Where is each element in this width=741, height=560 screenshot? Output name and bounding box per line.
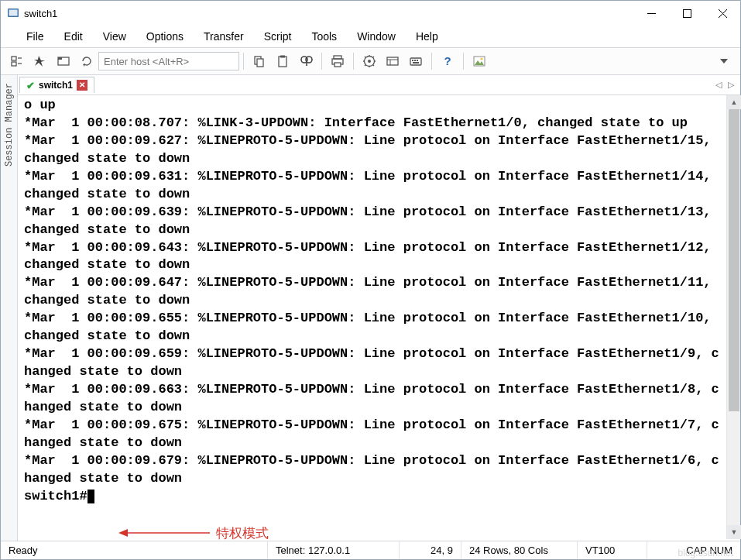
status-ready: Ready (1, 541, 268, 559)
menu-transfer[interactable]: Transfer (194, 27, 254, 46)
close-button[interactable] (705, 2, 740, 25)
print-icon[interactable] (327, 50, 348, 72)
toolbar-separator (431, 53, 432, 70)
tab-bar: ✔ switch1 ✕ ◁ ▷ (18, 75, 740, 95)
svg-point-25 (368, 60, 371, 63)
toolbar-separator (353, 53, 354, 70)
menu-options[interactable]: Options (136, 27, 194, 46)
status-term-size: 24 Rows, 80 Cols (461, 541, 578, 559)
keymap-icon[interactable] (405, 50, 427, 72)
session-manager-icon[interactable] (6, 50, 28, 72)
svg-rect-34 (387, 57, 398, 65)
quick-connect-icon[interactable] (29, 50, 51, 72)
session-options-icon[interactable] (382, 50, 403, 72)
help-icon[interactable]: ? (437, 50, 458, 72)
menu-tools[interactable]: Tools (301, 27, 347, 46)
tab-next-icon[interactable]: ▷ (725, 79, 737, 91)
terminal-output[interactable]: o up *Mar 1 00:00:08.707: %LINK-3-UPDOWN… (22, 95, 726, 539)
statusbar: Ready Telnet: 127.0.0.1 24, 9 24 Rows, 8… (1, 541, 740, 559)
toolbar: ? (1, 47, 740, 75)
toolbar-overflow-icon[interactable] (713, 50, 735, 72)
svg-marker-10 (34, 56, 45, 67)
tab-label: switch1 (39, 80, 73, 91)
svg-rect-38 (412, 60, 413, 61)
svg-line-33 (365, 65, 366, 67)
find-icon[interactable] (295, 50, 317, 72)
connected-check-icon: ✔ (26, 81, 35, 91)
menubar: File Edit View Options Transfer Script T… (1, 26, 740, 47)
menu-edit[interactable]: Edit (54, 27, 93, 46)
tab-switch1[interactable]: ✔ switch1 ✕ (19, 77, 94, 93)
status-connection: Telnet: 127.0.0.1 (268, 541, 400, 559)
session-manager-sidebar[interactable]: Session Manager (1, 75, 18, 541)
window-title: switch1 (24, 8, 633, 19)
svg-rect-15 (257, 59, 263, 67)
svg-point-45 (480, 57, 482, 60)
app-window: switch1 File Edit View Options Transfer … (0, 0, 741, 560)
svg-rect-39 (414, 60, 416, 61)
menu-file[interactable]: File (16, 27, 54, 46)
svg-line-30 (365, 57, 366, 58)
svg-line-31 (373, 65, 375, 67)
svg-rect-41 (413, 62, 419, 64)
paste-icon[interactable] (272, 50, 293, 72)
host-input[interactable] (98, 52, 239, 70)
svg-marker-46 (720, 59, 728, 64)
toolbar-separator (463, 53, 464, 70)
vertical-scrollbar[interactable]: ▲ ▼ (726, 95, 740, 539)
svg-rect-3 (683, 9, 691, 17)
titlebar: switch1 (1, 1, 740, 26)
menu-script[interactable]: Script (254, 27, 302, 46)
menu-view[interactable]: View (93, 27, 136, 46)
scroll-down-icon[interactable]: ▼ (727, 525, 741, 539)
reconnect-icon[interactable] (76, 50, 98, 72)
terminal-cursor (87, 490, 94, 503)
image-icon[interactable] (468, 50, 490, 72)
connect-in-tab-icon[interactable] (53, 50, 74, 72)
svg-line-32 (373, 57, 375, 58)
tab-prev-icon[interactable]: ◁ (712, 79, 725, 91)
svg-rect-16 (279, 57, 286, 67)
svg-rect-17 (280, 56, 285, 58)
session-manager-label: Session Manager (4, 83, 15, 167)
menu-help[interactable]: Help (406, 27, 448, 46)
toolbar-separator (243, 53, 244, 70)
properties-icon[interactable] (358, 50, 380, 72)
scrollbar-thumb[interactable] (729, 109, 739, 411)
toolbar-separator (321, 53, 322, 70)
scroll-up-icon[interactable]: ▲ (727, 95, 741, 109)
svg-rect-23 (334, 63, 341, 67)
copy-icon[interactable] (249, 50, 270, 72)
status-cursor-pos: 24, 9 (400, 541, 461, 559)
menu-window[interactable]: Window (347, 27, 406, 46)
svg-text:?: ? (444, 54, 451, 67)
tab-close-icon[interactable]: ✕ (77, 80, 87, 91)
svg-rect-8 (12, 62, 16, 66)
svg-rect-40 (417, 60, 418, 61)
status-emulation: VT100 (578, 541, 647, 559)
svg-rect-6 (12, 57, 16, 60)
maximize-button[interactable] (669, 2, 705, 25)
status-caps-num: CAP NUM (647, 541, 740, 559)
svg-rect-1 (9, 10, 18, 16)
svg-rect-12 (58, 57, 62, 60)
svg-rect-37 (410, 58, 421, 65)
app-icon (7, 7, 19, 19)
minimize-button[interactable] (633, 2, 669, 25)
